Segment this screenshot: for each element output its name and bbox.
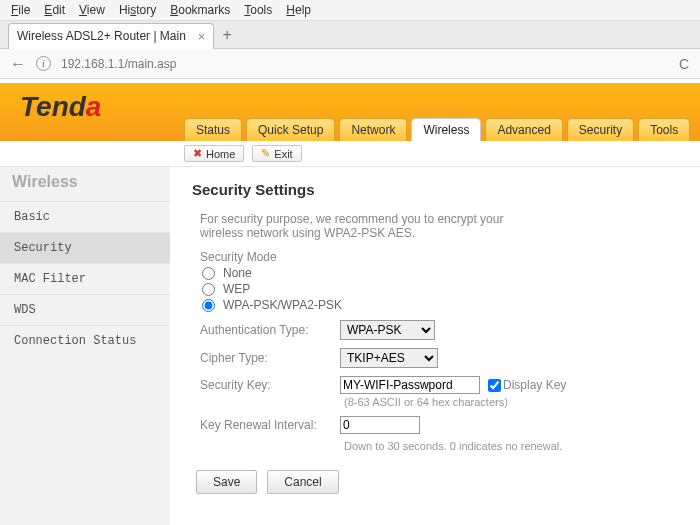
display-key-toggle[interactable]: Display Key <box>488 378 566 392</box>
router-header: Tenda StatusQuick SetupNetworkWirelessAd… <box>0 83 700 141</box>
site-info-icon[interactable]: i <box>36 56 51 71</box>
main-panel: Security Settings For security purpose, … <box>170 167 700 525</box>
sidebar-item-connection-status[interactable]: Connection Status <box>0 325 170 356</box>
menu-view[interactable]: View <box>74 2 110 18</box>
display-key-checkbox[interactable] <box>488 379 501 392</box>
cipher-type-label: Cipher Type: <box>200 351 340 365</box>
menu-edit[interactable]: Edit <box>39 2 70 18</box>
cipher-type-row: Cipher Type: TKIP+AES <box>200 348 682 368</box>
tab-security[interactable]: Security <box>567 118 634 141</box>
exit-icon: ✎ <box>261 147 270 160</box>
mode-wep-radio[interactable] <box>202 283 215 296</box>
tab-network[interactable]: Network <box>339 118 407 141</box>
tab-tools[interactable]: Tools <box>638 118 690 141</box>
auth-type-label: Authentication Type: <box>200 323 340 337</box>
key-renew-label: Key Renewal Interval: <box>200 418 340 432</box>
page-title: Security Settings <box>192 181 682 198</box>
main-nav-tabs: StatusQuick SetupNetworkWirelessAdvanced… <box>184 118 690 141</box>
home-button[interactable]: ✖Home <box>184 145 244 162</box>
content-area: Wireless BasicSecurityMAC FilterWDSConne… <box>0 167 700 525</box>
mode-wpa-radio[interactable] <box>202 299 215 312</box>
sidebar: Wireless BasicSecurityMAC FilterWDSConne… <box>0 167 170 525</box>
mode-none[interactable]: None <box>202 266 682 280</box>
auth-type-select[interactable]: WPA-PSK <box>340 320 435 340</box>
address-field[interactable]: 192.168.1.1/main.asp <box>57 54 668 74</box>
display-key-label: Display Key <box>503 378 566 392</box>
sidebar-item-security[interactable]: Security <box>0 232 170 263</box>
mode-none-radio[interactable] <box>202 267 215 280</box>
cipher-type-select[interactable]: TKIP+AES <box>340 348 438 368</box>
menu-help[interactable]: Help <box>281 2 316 18</box>
mode-wep[interactable]: WEP <box>202 282 682 296</box>
tab-title: Wireless ADSL2+ Router | Main <box>17 29 186 43</box>
menu-file[interactable]: File <box>6 2 35 18</box>
key-note: (8-63 ASCII or 64 hex characters) <box>344 396 682 408</box>
menu-bookmarks[interactable]: Bookmarks <box>165 2 235 18</box>
tab-wireless[interactable]: Wireless <box>411 118 481 141</box>
security-mode-label: Security Mode <box>200 250 682 264</box>
tab-quick-setup[interactable]: Quick Setup <box>246 118 335 141</box>
key-renew-input[interactable] <box>340 416 420 434</box>
key-renew-row: Key Renewal Interval: <box>200 416 682 434</box>
mode-wep-label: WEP <box>223 282 250 296</box>
browser-menu: File Edit View History Bookmarks Tools H… <box>0 0 700 21</box>
brand-logo: Tenda <box>20 91 101 123</box>
cancel-button[interactable]: Cancel <box>267 470 338 494</box>
menu-history[interactable]: History <box>114 2 161 18</box>
security-key-row: Security Key: Display Key <box>200 376 682 394</box>
save-button[interactable]: Save <box>196 470 257 494</box>
sidebar-item-mac-filter[interactable]: MAC Filter <box>0 263 170 294</box>
close-tab-icon[interactable]: × <box>198 29 206 44</box>
browser-tab-active[interactable]: Wireless ADSL2+ Router | Main × <box>8 23 214 49</box>
new-tab-button[interactable]: + <box>222 26 231 44</box>
browser-tab-bar: Wireless ADSL2+ Router | Main × + <box>0 21 700 49</box>
menu-tools[interactable]: Tools <box>239 2 277 18</box>
page-hint: For security purpose, we recommend you t… <box>200 212 520 240</box>
url-bar: ← i 192.168.1.1/main.asp C <box>0 49 700 79</box>
security-key-input[interactable] <box>340 376 480 394</box>
home-label: Home <box>206 148 235 160</box>
exit-button[interactable]: ✎Exit <box>252 145 301 162</box>
toolbar-row: ✖Home ✎Exit <box>0 141 700 167</box>
exit-label: Exit <box>274 148 292 160</box>
home-icon: ✖ <box>193 147 202 160</box>
auth-type-row: Authentication Type: WPA-PSK <box>200 320 682 340</box>
sidebar-title: Wireless <box>0 171 170 201</box>
reload-button[interactable]: C <box>674 56 694 72</box>
mode-none-label: None <box>223 266 252 280</box>
security-key-label: Security Key: <box>200 378 340 392</box>
renew-note: Down to 30 seconds. 0 indicates no renew… <box>344 440 682 452</box>
sidebar-item-wds[interactable]: WDS <box>0 294 170 325</box>
tab-advanced[interactable]: Advanced <box>485 118 562 141</box>
mode-wpa-label: WPA-PSK/WPA2-PSK <box>223 298 342 312</box>
back-button[interactable]: ← <box>6 55 30 73</box>
mode-wpa[interactable]: WPA-PSK/WPA2-PSK <box>202 298 682 312</box>
tab-status[interactable]: Status <box>184 118 242 141</box>
form-buttons: Save Cancel <box>196 470 682 494</box>
sidebar-item-basic[interactable]: Basic <box>0 201 170 232</box>
